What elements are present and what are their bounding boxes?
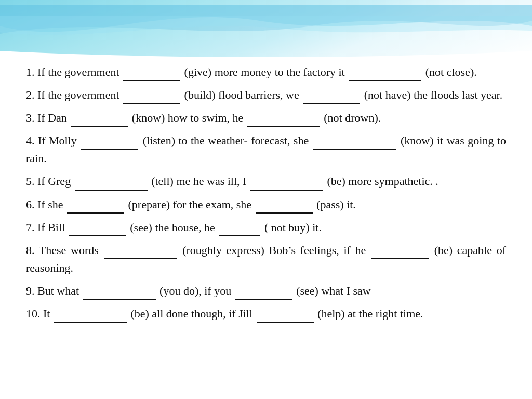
blank-9-1[interactable] (83, 281, 156, 300)
hint-6-2: (pass) it. (314, 198, 356, 211)
blank-7-1[interactable] (69, 218, 126, 236)
blank-3-1[interactable] (71, 108, 128, 127)
number-1: 1. If the government (26, 65, 122, 78)
hint-3-2: (not drown). (321, 111, 381, 124)
hint-9-1: (you do), if you (157, 284, 234, 297)
hint-1-2: (not close). (422, 65, 476, 78)
hint-8-1: (roughly express) Bob’s feelings, if he (178, 244, 370, 257)
blank-4-2[interactable] (313, 131, 396, 150)
number-10: 10. It (26, 307, 53, 320)
hint-2-1: (build) flood barriers, we (181, 88, 302, 101)
blank-6-1[interactable] (67, 195, 124, 214)
hint-7-1: (see) the house, he (127, 221, 218, 234)
number-8: 8. These words (26, 244, 103, 257)
blank-10-2[interactable] (257, 304, 314, 323)
exercise-8: 8. These words (roughly express) Bob’s f… (26, 241, 506, 277)
hint-1-1: (give) more money to the factory it (181, 65, 348, 78)
blank-10-1[interactable] (54, 304, 127, 323)
hint-9-2: (see) what I saw (294, 284, 371, 297)
blank-9-2[interactable] (235, 281, 292, 300)
exercise-10: 10. It (be) all done though, if Jill (he… (26, 304, 506, 323)
number-3: 3. If Dan (26, 111, 70, 124)
hint-5-1: (tell) me he was ill, I (149, 175, 249, 188)
hint-6-1: (prepare) for the exam, she (125, 198, 255, 211)
hint-7-2: ( not buy) it. (261, 221, 322, 234)
blank-2-2[interactable] (303, 85, 360, 104)
hint-2-2: (not have) the floods last year. (361, 88, 502, 101)
blank-8-1[interactable] (104, 241, 177, 259)
blank-8-2[interactable] (371, 241, 429, 259)
exercise-3: 3. If Dan (know) how to swim, he (not dr… (26, 108, 506, 127)
exercise-6: 6. If she (prepare) for the exam, she (p… (26, 195, 506, 214)
number-9: 9. But what (26, 284, 82, 297)
blank-5-2[interactable] (250, 171, 323, 190)
number-2: 2. If the government (26, 88, 122, 101)
hint-4-1: (listen) to the weather- forecast, she (139, 134, 312, 147)
blank-7-2[interactable] (219, 218, 260, 236)
number-4: 4. If Molly (26, 134, 80, 147)
exercise-7: 7. If Bill (see) the house, he ( not buy… (26, 218, 506, 236)
number-6: 6. If she (26, 198, 66, 211)
exercise-9: 9. But what (you do), if you (see) what … (26, 281, 506, 300)
hint-3-1: (know) how to swim, he (129, 111, 246, 124)
exercise-5: 5. If Greg (tell) me he was ill, I (be) … (26, 171, 506, 190)
blank-1-1[interactable] (123, 62, 180, 81)
number-5: 5. If Greg (26, 175, 74, 188)
hint-10-2: (help) at the right time. (315, 307, 423, 320)
hint-10-1: (be) all done though, if Jill (128, 307, 256, 320)
blank-6-2[interactable] (256, 195, 313, 214)
blank-3-2[interactable] (247, 108, 320, 127)
hint-5-2: (be) more sympathetic. . (324, 175, 438, 188)
blank-1-2[interactable] (349, 62, 421, 81)
exercise-content: 1. If the government (give) more money t… (0, 0, 532, 342)
number-7: 7. If Bill (26, 221, 68, 234)
exercise-1: 1. If the government (give) more money t… (26, 62, 506, 81)
exercise-2: 2. If the government (build) flood barri… (26, 85, 506, 104)
exercise-4: 4. If Molly (listen) to the weather- for… (26, 131, 506, 167)
blank-4-1[interactable] (81, 131, 138, 150)
blank-5-1[interactable] (75, 171, 148, 190)
blank-2-1[interactable] (123, 85, 180, 104)
